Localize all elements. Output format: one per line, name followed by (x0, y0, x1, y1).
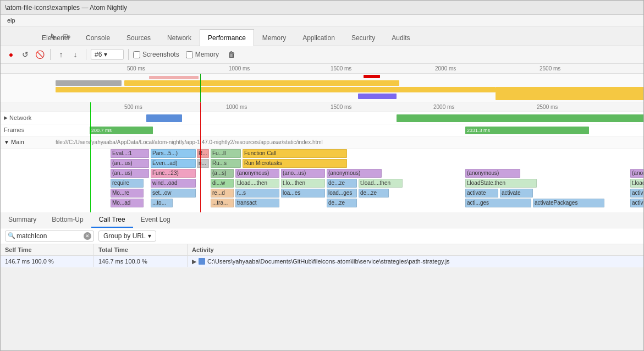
fb-loadges[interactable]: load...ges (327, 189, 357, 198)
fb-wind[interactable]: wind...oad (151, 179, 196, 188)
time-label-2500: 2500 ms (540, 65, 560, 72)
menu-item-help[interactable]: elp (3, 16, 20, 25)
fb-an2[interactable]: (an...us) (111, 169, 149, 178)
tab-console[interactable]: Console (78, 29, 118, 46)
flame-row-2: (an...us) Even...ad) n... Ru...s Run Mic… (1, 158, 643, 168)
tab-application[interactable]: Application (294, 29, 343, 46)
ct-header-total: Total Time (94, 244, 188, 255)
fb-rus[interactable]: Ru...s (211, 159, 241, 168)
fb-microtasks[interactable]: Run Microtasks (243, 159, 347, 168)
fb-func23[interactable]: Func...:23) (151, 169, 196, 178)
fb-deze2[interactable]: de...ze (359, 189, 389, 198)
fb-tloadstate2[interactable]: t.loadState.then (630, 179, 643, 188)
main-arrow[interactable]: ▼ (4, 139, 9, 145)
fb-n[interactable]: n... (197, 159, 209, 168)
profile-arrow: ▾ (104, 51, 107, 58)
fb-anon4[interactable]: (anonymous) (465, 169, 520, 178)
flame-track-1: Eval...:1 Pars...5...) R... Fu...ll Func… (56, 149, 643, 158)
screenshots-checkbox[interactable] (133, 51, 140, 58)
ct-row-0[interactable]: 146.7 ms 100.0 % 146.7 ms 100.0 % ▶ C:\U… (1, 256, 643, 268)
group-by-select[interactable]: Group by URL ▾ (98, 231, 156, 242)
fb-an1[interactable]: (an...us) (111, 159, 149, 168)
search-input[interactable] (16, 232, 82, 240)
activity-expand[interactable]: ▶ (192, 258, 196, 265)
ov-bar-purple (358, 94, 397, 99)
fb-require[interactable]: require (111, 179, 144, 188)
call-tree-area: 🔍 ✕ Group by URL ▾ Self Time Total Time … (1, 228, 643, 351)
fb-diw[interactable]: di...w (211, 179, 234, 188)
timeline-overview[interactable]: 500 ms 1000 ms 1500 ms 2000 ms 2500 ms (1, 64, 643, 102)
flame-track-6: Mo...ad ...to... ...tra... transact de..… (56, 198, 643, 208)
fb-act1[interactable]: activate (465, 189, 498, 198)
fb-fu[interactable]: Fu...ll (211, 149, 241, 158)
fb-anon1[interactable]: (anonymous) (235, 169, 279, 178)
ov-bar-gray (56, 80, 122, 86)
fb-even[interactable]: Even...ad) (151, 159, 196, 168)
fb-as[interactable]: (a...s) (211, 169, 234, 178)
fb-actiges[interactable]: acti...ges (465, 199, 531, 207)
fb-moad[interactable]: Mo...ad (111, 199, 144, 207)
fb-transact[interactable]: transact (235, 199, 279, 207)
network-track: ▶ Network (1, 112, 643, 124)
network-arrow[interactable]: ▶ (4, 115, 8, 120)
fb-anon3[interactable]: (anonymous) (327, 169, 382, 178)
ov-bar-red (364, 75, 380, 78)
tab-network[interactable]: Network (159, 29, 200, 46)
tab-summary[interactable]: Summary (1, 212, 44, 228)
fb-tloadstate1[interactable]: t.loadState.then (465, 179, 537, 188)
flame-rows: Eval...:1 Pars...5...) R... Fu...ll Func… (1, 149, 643, 208)
fb-act3[interactable]: activate (630, 189, 643, 198)
search-box: 🔍 ✕ (5, 231, 94, 242)
fb-parse[interactable]: Pars...5...) (151, 149, 196, 158)
fb-toto[interactable]: ...to... (151, 199, 173, 207)
tab-audits[interactable]: Audits (383, 29, 418, 46)
ct-header-self: Self Time (1, 244, 94, 255)
clear-button[interactable]: 🚫 (34, 48, 46, 61)
fb-red[interactable]: re...d (211, 189, 234, 198)
devtools-inner: Elements Console Sources Network Perform… (1, 26, 643, 351)
fb-tload1[interactable]: t.load....then (235, 179, 279, 188)
memory-checkbox[interactable] (186, 51, 193, 58)
search-clear-button[interactable]: ✕ (84, 232, 91, 240)
trash-button[interactable]: 🗑 (225, 48, 238, 61)
fb-setow[interactable]: set...ow (151, 189, 196, 198)
fb-r1[interactable]: R... (197, 149, 209, 158)
inspect-icon[interactable] (49, 32, 59, 42)
fb-act2[interactable]: activate (500, 189, 533, 198)
device-icon[interactable] (62, 32, 71, 42)
profile-select[interactable]: #6 ▾ (91, 49, 124, 60)
download-button[interactable]: ↓ (69, 48, 81, 61)
fb-deze1[interactable]: de...ze (327, 179, 357, 188)
fb-rs[interactable]: r...s (235, 189, 279, 198)
memory-toggle[interactable]: Memory (186, 51, 219, 58)
fb-tload2[interactable]: t.load....then (359, 179, 403, 188)
upload-button[interactable]: ↑ (55, 48, 67, 61)
fb-eval[interactable]: Eval...:1 (111, 149, 149, 158)
screenshots-toggle[interactable]: Screenshots (133, 51, 179, 58)
tab-call-tree[interactable]: Call Tree (91, 212, 133, 228)
record-button[interactable]: ● (5, 48, 17, 61)
time-label-500: 500 ms (127, 65, 145, 72)
tab-sources[interactable]: Sources (118, 29, 159, 46)
timeline-main[interactable]: 500 ms 1000 ms 1500 ms 2000 ms 2500 ms ▶… (1, 102, 643, 212)
fb-deze3[interactable]: de...ze (327, 199, 357, 207)
fb-actpkgs[interactable]: activatePackages (533, 199, 604, 207)
flame-row-1: Eval...:1 Pars...5...) R... Fu...ll Func… (1, 149, 643, 158)
fb-more[interactable]: Mo...re (111, 189, 144, 198)
tab-security[interactable]: Security (343, 29, 383, 46)
fb-actpkgs2[interactable]: activatePackages (630, 199, 643, 207)
fb-func-call[interactable]: Function Call (243, 149, 347, 158)
tab-event-log[interactable]: Event Log (133, 212, 178, 228)
fb-tlo[interactable]: t.lo...then (281, 179, 325, 188)
frame-bar-2: 2331.3 ms (465, 127, 589, 134)
tab-memory[interactable]: Memory (254, 29, 294, 46)
fb-tract[interactable]: ...tra... (211, 199, 234, 207)
fb-loaes[interactable]: loa...es (281, 189, 325, 198)
fb-anon2[interactable]: (ano...us) (281, 169, 325, 178)
flame-track-5: Mo...re set...ow re...d r...s loa...es l… (56, 188, 643, 198)
tab-performance[interactable]: Performance (200, 29, 254, 46)
reload-button[interactable]: ↺ (19, 48, 31, 61)
main-time-2000: 2000 ms (433, 104, 454, 110)
tab-bottom-up[interactable]: Bottom-Up (44, 212, 91, 228)
fb-anon5[interactable]: (anonymous) (630, 169, 643, 178)
